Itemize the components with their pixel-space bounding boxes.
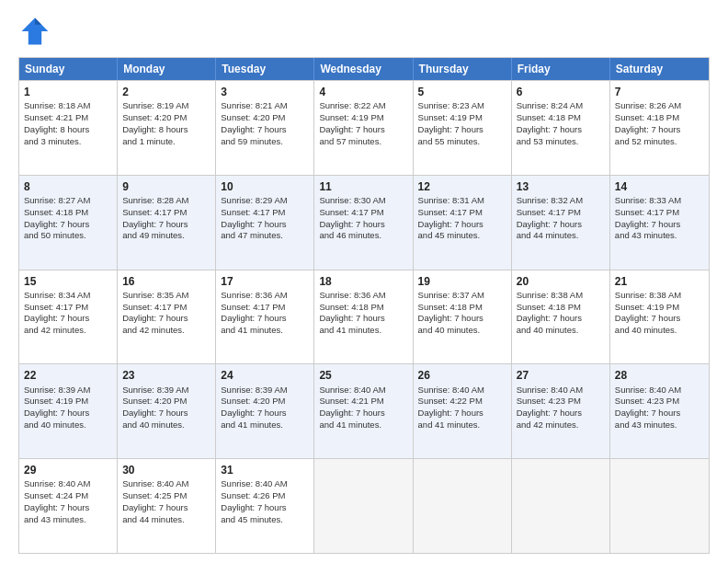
day-number: 21 (615, 274, 704, 289)
day-info-line: Sunrise: 8:40 AM (221, 478, 309, 490)
day-info-line: and 42 minutes. (517, 419, 605, 431)
day-number: 6 (517, 85, 605, 99)
day-info-line: Sunrise: 8:33 AM (615, 195, 704, 207)
day-number: 23 (122, 368, 210, 383)
day-info-line: Sunset: 4:22 PM (418, 396, 506, 408)
day-info-line: and 3 minutes. (24, 136, 112, 148)
day-cell-8: 8Sunrise: 8:27 AMSunset: 4:18 PMDaylight… (19, 176, 118, 270)
day-info-line: and 40 minutes. (24, 419, 112, 431)
day-cell-4: 4Sunrise: 8:22 AMSunset: 4:19 PMDaylight… (314, 81, 413, 175)
header (18, 15, 710, 48)
day-info-line: and 45 minutes. (221, 514, 309, 526)
day-number: 20 (517, 274, 605, 289)
day-info-line: Sunset: 4:21 PM (319, 396, 407, 408)
day-cell-18: 18Sunrise: 8:36 AMSunset: 4:18 PMDayligh… (314, 270, 413, 364)
day-info-line: Sunrise: 8:40 AM (615, 385, 704, 396)
day-info-line: Sunset: 4:24 PM (24, 490, 112, 502)
day-info-line: Sunset: 4:17 PM (221, 207, 309, 219)
day-info-line: Sunrise: 8:24 AM (517, 100, 605, 112)
day-info-line: Daylight: 7 hours (221, 408, 309, 419)
svg-marker-1 (35, 18, 41, 25)
day-number: 7 (615, 85, 704, 99)
day-info-line: and 46 minutes. (319, 230, 407, 242)
day-info-line: Daylight: 7 hours (319, 408, 407, 419)
day-cell-15: 15Sunrise: 8:34 AMSunset: 4:17 PMDayligh… (19, 270, 118, 364)
day-info-line: and 43 minutes. (24, 514, 112, 526)
day-number: 22 (24, 368, 112, 383)
day-info-line: Sunset: 4:19 PM (319, 112, 407, 124)
day-info-line: Sunrise: 8:40 AM (517, 385, 605, 396)
day-info-line: Sunset: 4:17 PM (122, 207, 210, 219)
day-number: 29 (24, 463, 112, 477)
empty-cell (610, 459, 709, 553)
day-info-line: Sunrise: 8:40 AM (24, 478, 112, 490)
day-info-line: and 50 minutes. (24, 230, 112, 242)
page: SundayMondayTuesdayWednesdayThursdayFrid… (0, 0, 728, 563)
day-info-line: and 59 minutes. (221, 136, 309, 148)
day-info-line: Sunrise: 8:32 AM (517, 195, 605, 207)
day-info-line: Sunrise: 8:39 AM (221, 385, 309, 396)
day-info-line: Daylight: 7 hours (122, 313, 210, 325)
day-info-line: Daylight: 7 hours (418, 408, 506, 419)
day-info-line: and 40 minutes. (122, 419, 210, 431)
day-info-line: Daylight: 7 hours (24, 219, 112, 231)
day-info-line: Sunrise: 8:28 AM (122, 195, 210, 207)
day-info-line: Sunrise: 8:37 AM (418, 290, 506, 302)
day-info-line: and 43 minutes. (615, 419, 704, 431)
day-number: 14 (615, 179, 704, 194)
day-info-line: and 40 minutes. (615, 325, 704, 337)
day-cell-11: 11Sunrise: 8:30 AMSunset: 4:17 PMDayligh… (314, 176, 413, 270)
day-info-line: Sunset: 4:17 PM (418, 207, 506, 219)
day-number: 16 (122, 274, 210, 289)
day-cell-6: 6Sunrise: 8:24 AMSunset: 4:18 PMDaylight… (512, 81, 610, 175)
day-info-line: Sunrise: 8:40 AM (418, 385, 506, 396)
day-info-line: Sunrise: 8:19 AM (122, 100, 210, 112)
day-info-line: Daylight: 7 hours (24, 408, 112, 419)
day-info-line: Sunset: 4:25 PM (122, 490, 210, 502)
day-info-line: Sunrise: 8:38 AM (517, 290, 605, 302)
calendar-header: SundayMondayTuesdayWednesdayThursdayFrid… (19, 58, 709, 80)
day-number: 30 (122, 463, 210, 477)
day-info-line: and 55 minutes. (418, 136, 506, 148)
day-info-line: Sunset: 4:19 PM (615, 302, 704, 314)
day-info-line: Daylight: 7 hours (615, 219, 704, 231)
day-number: 13 (517, 179, 605, 194)
header-cell-sunday: Sunday (19, 58, 118, 80)
day-info-line: Sunrise: 8:23 AM (418, 100, 506, 112)
day-cell-22: 22Sunrise: 8:39 AMSunset: 4:19 PMDayligh… (19, 364, 118, 458)
day-info-line: Daylight: 7 hours (615, 313, 704, 325)
day-cell-12: 12Sunrise: 8:31 AMSunset: 4:17 PMDayligh… (414, 176, 512, 270)
day-info-line: Sunset: 4:18 PM (418, 302, 506, 314)
day-cell-28: 28Sunrise: 8:40 AMSunset: 4:23 PMDayligh… (610, 364, 709, 458)
day-info-line: Sunset: 4:20 PM (221, 112, 309, 124)
day-info-line: Sunset: 4:20 PM (122, 112, 210, 124)
day-info-line: and 52 minutes. (615, 136, 704, 148)
header-cell-tuesday: Tuesday (216, 58, 314, 80)
day-info-line: and 42 minutes. (122, 325, 210, 337)
day-info-line: Sunset: 4:20 PM (122, 396, 210, 408)
day-info-line: Sunrise: 8:22 AM (319, 100, 407, 112)
day-number: 4 (319, 85, 407, 99)
day-info-line: Daylight: 7 hours (517, 408, 605, 419)
day-info-line: and 44 minutes. (122, 514, 210, 526)
day-cell-14: 14Sunrise: 8:33 AMSunset: 4:17 PMDayligh… (610, 176, 709, 270)
day-info-line: Sunset: 4:17 PM (122, 302, 210, 314)
day-cell-19: 19Sunrise: 8:37 AMSunset: 4:18 PMDayligh… (414, 270, 512, 364)
day-cell-30: 30Sunrise: 8:40 AMSunset: 4:25 PMDayligh… (118, 459, 216, 553)
day-info-line: Sunset: 4:17 PM (615, 207, 704, 219)
day-info-line: Sunrise: 8:26 AM (615, 100, 704, 112)
header-cell-wednesday: Wednesday (314, 58, 413, 80)
day-info-line: and 43 minutes. (615, 230, 704, 242)
day-info-line: Sunset: 4:23 PM (615, 396, 704, 408)
day-info-line: Daylight: 7 hours (221, 124, 309, 136)
day-info-line: Daylight: 7 hours (517, 219, 605, 231)
day-info-line: and 53 minutes. (517, 136, 605, 148)
day-info-line: and 44 minutes. (517, 230, 605, 242)
day-info-line: Sunset: 4:17 PM (517, 207, 605, 219)
day-number: 27 (517, 368, 605, 383)
calendar-row-2: 15Sunrise: 8:34 AMSunset: 4:17 PMDayligh… (19, 270, 709, 364)
day-cell-17: 17Sunrise: 8:36 AMSunset: 4:17 PMDayligh… (216, 270, 314, 364)
day-info-line: Daylight: 7 hours (418, 219, 506, 231)
empty-cell (314, 459, 413, 553)
day-info-line: Daylight: 7 hours (319, 219, 407, 231)
